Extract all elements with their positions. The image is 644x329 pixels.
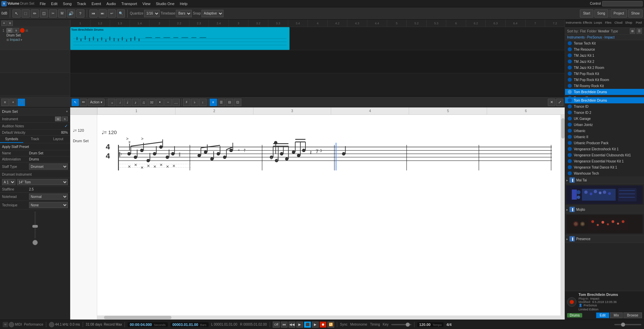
track-row-1[interactable]: 1 M S ⊞ Drum Set ⊞ Impact ▾ <box>0 27 70 50</box>
expand-editor-btn[interactable]: ⤢ <box>556 99 563 106</box>
menu-item-help[interactable]: Help <box>177 1 190 6</box>
score-content[interactable]: ♩= 120 Drum Set ♩= 120 4 4 <box>70 115 565 320</box>
browser-item-tense-tech-kit[interactable]: Tense Tech Kit <box>565 40 644 46</box>
browser-tab-files[interactable]: Files <box>603 20 613 27</box>
timebase-select[interactable]: Bars <box>176 10 192 17</box>
view-toggle-2[interactable]: ☰ <box>637 28 642 34</box>
help-btn[interactable]: ? <box>76 9 84 18</box>
note-half[interactable]: 𝅗𝅥 <box>116 99 123 106</box>
browser-item2-vengeance-essential-clubsounds-kit1[interactable]: Vengeance Essential Clubsounds Kit1 <box>565 152 644 158</box>
track-menu-btn[interactable]: ≡ <box>7 21 13 26</box>
track-record-btn[interactable] <box>20 28 25 33</box>
mojito-section[interactable]: ▸ ▐ Mojito <box>565 206 644 213</box>
a1-val-select[interactable]: 14" Tom <box>17 179 68 185</box>
browser-item2-urban-jointz[interactable]: Urban Jointz <box>565 122 644 128</box>
menu-item-view[interactable]: View <box>140 1 153 6</box>
pencil-tool-btn[interactable]: ✏ <box>31 9 39 18</box>
browser-item-trance-id[interactable]: Trance ID <box>565 95 644 97</box>
notehead-select[interactable]: Normal <box>29 194 68 200</box>
browser-item-tm-jazz-kit-1[interactable]: TM Jazz Kit 1 <box>565 52 644 58</box>
default-velocity-val[interactable]: 80% <box>61 131 68 134</box>
menu-item-song[interactable]: Song <box>60 1 74 6</box>
h-scrollbar[interactable] <box>97 315 565 320</box>
tab-track[interactable]: Track <box>23 136 47 143</box>
note-32nd[interactable]: 32 <box>148 99 156 106</box>
sort-type[interactable]: Type <box>611 29 618 33</box>
browser-item-tm-roomy-rock-kit[interactable]: TM Roomy Rock Kit <box>565 83 644 89</box>
quantize-select[interactable]: 1/16 <box>144 10 160 17</box>
browser-item2-tom-brechtlein-drums[interactable]: Tom Brechtlein Drums <box>565 97 644 103</box>
time-display[interactable]: 00:00:04.000 Seconds <box>128 322 167 327</box>
view-toggle-1[interactable]: ⊞ <box>630 28 635 34</box>
loop-btn2[interactable]: 🔁 <box>327 322 334 328</box>
track-clip-1[interactable]: Tom Brechtlein Drums <box>70 27 290 50</box>
zoom-btn[interactable]: 🔍 <box>117 9 125 18</box>
position-display[interactable]: 00003.01.01.00 Bars <box>170 322 209 327</box>
rewind-btn[interactable]: ⏮ <box>89 9 98 18</box>
show-btn[interactable]: Show <box>628 9 643 18</box>
browser-tab-pool[interactable]: Pool <box>634 20 644 27</box>
breadcrumb-instruments[interactable]: Instruments <box>567 35 585 39</box>
browser-item-tom-brechtlein-drums[interactable]: Tom Brechtlein Drums <box>565 89 644 95</box>
name-val[interactable]: Drum Set <box>29 151 68 155</box>
stop-btn[interactable]: ⬛ <box>304 322 311 328</box>
slider-thumb[interactable] <box>32 225 38 228</box>
edit-btn[interactable]: Edit <box>596 312 609 318</box>
project-btn[interactable]: Project <box>611 9 627 18</box>
note-tie[interactable]: ⌢ <box>164 99 172 106</box>
staffline-val[interactable]: 2.5 <box>29 187 34 191</box>
sync-btn[interactable]: Off <box>273 322 280 328</box>
apply-staff-preset[interactable]: Apply Staff Preset <box>0 143 70 150</box>
instrument-m-btn[interactable]: M <box>55 117 61 121</box>
browser-item2-urbanic-producer-pack[interactable]: Urbanic Producer Pack <box>565 140 644 146</box>
note-whole[interactable]: 𝅝 <box>108 99 115 106</box>
status-knob[interactable] <box>9 322 14 327</box>
sort-flat[interactable]: Flat <box>580 29 586 33</box>
sample-rate-knob[interactable] <box>49 322 54 327</box>
mai-tai-section[interactable]: ▸ ▐ Mai Tai <box>565 176 644 184</box>
audition-notes-check[interactable]: ✓ <box>64 124 68 128</box>
tab-symbols[interactable]: Symbols <box>0 136 23 143</box>
note-16th[interactable]: ♫ <box>140 99 147 106</box>
abbreviation-val[interactable]: Drums <box>29 157 68 161</box>
browser-item-tm-jazz-kit-2-room[interactable]: TM Jazz Kit 2 Room <box>565 65 644 71</box>
browser-tab-effects[interactable]: Effects <box>582 20 593 27</box>
drum-set-arrow[interactable]: ▾ <box>66 110 68 113</box>
browser-tab-loops[interactable]: Loops <box>593 20 603 27</box>
instrument-s-btn[interactable]: S <box>62 117 68 121</box>
menu-item-file[interactable]: File <box>37 1 49 6</box>
track-instrument-name[interactable]: Impact <box>10 38 20 42</box>
play2-btn[interactable]: ▶ <box>312 322 319 328</box>
split-tool-btn[interactable]: ✂ <box>49 9 57 18</box>
v-scrollbar[interactable] <box>561 115 565 315</box>
browser-item2-vengeance-electroshock-kit-1[interactable]: Vengeance Electroshock Kit 1 <box>565 146 644 152</box>
menu-item-audio[interactable]: Audio <box>104 1 118 6</box>
browser-tab-shop[interactable]: Shop <box>623 20 634 27</box>
browser-item-tm-pop-rock-kit-room[interactable]: TM Pop Rock Kit Room <box>565 77 644 83</box>
sort-vendor[interactable]: Vendor <box>598 29 610 33</box>
add-track-btn[interactable]: + <box>1 21 7 26</box>
browser-tab-cloud[interactable]: Cloud <box>613 20 623 27</box>
presence-section[interactable]: ▸ ▐ Presence <box>565 235 644 243</box>
accidental-down[interactable]: ♭ <box>191 99 198 106</box>
menu-item-transport[interactable]: Transport <box>118 1 140 6</box>
speaker-btn[interactable]: 🔊 <box>67 9 75 18</box>
forward-btn[interactable]: ⏭ <box>99 9 107 18</box>
zoom-slider[interactable] <box>614 324 641 325</box>
rewind-btn2[interactable]: ◀◀ <box>289 322 295 328</box>
menu-item-edit[interactable]: Edit <box>48 1 60 6</box>
browser-item2-trance-id[interactable]: Trance ID <box>565 103 644 109</box>
track-m-btn[interactable]: M <box>6 28 12 33</box>
sort-folder[interactable]: Folder <box>587 29 596 33</box>
browser-item2-vengeance-total-dance-kit-1[interactable]: Vengeance Total Dance Kit 1 <box>565 164 644 170</box>
eraser-tool-btn[interactable]: ◫ <box>40 9 48 18</box>
breadcrumb-impact[interactable]: Impact <box>605 35 615 39</box>
note-eighth[interactable]: ♪ <box>132 99 139 106</box>
flip-btn[interactable]: ↕ <box>199 99 207 106</box>
browser-item2-trance-id-2[interactable]: Trance ID 2 <box>565 109 644 116</box>
a1-select[interactable]: A 1 <box>2 179 16 185</box>
score-action-btn[interactable]: Action ▾ <box>88 99 105 106</box>
breadcrumb-presonus[interactable]: PreSonus <box>587 35 602 39</box>
play-btn[interactable]: ▶ <box>296 322 303 328</box>
menu-item-track[interactable]: Track <box>74 1 89 6</box>
